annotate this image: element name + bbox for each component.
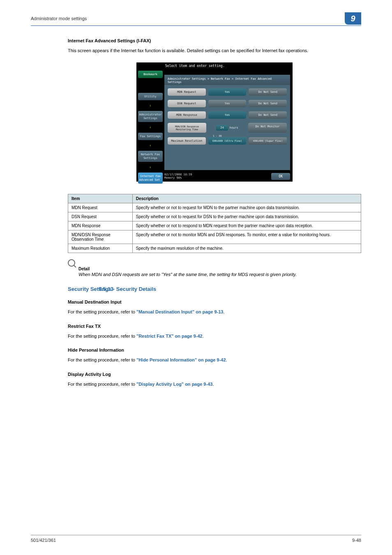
footer-right: 9-48 [352, 538, 361, 543]
screenshot-breadcrumb: Administrator Settings > Network Fax > I… [164, 75, 290, 86]
settings-table: Item Description MDN Request Specify whe… [68, 194, 361, 253]
max-resolution-label: Maximum Resolution [168, 137, 206, 145]
nav-fax[interactable]: Fax Settings [138, 133, 163, 140]
mdn-response-yes[interactable]: Yes [208, 111, 247, 119]
footer-left: 501/421/361 [31, 538, 56, 543]
link-restrict-fax[interactable]: "Restrict Fax TX" on page 9-42 [136, 334, 203, 339]
header-breadcrumb: Administrator mode settings [31, 16, 87, 21]
link-prefix: For the setting procedure, refer to [68, 357, 136, 362]
subsection-heading: Display Activity Log [68, 372, 361, 377]
dsn-request-yes[interactable]: Yes [208, 100, 247, 107]
table-cell-item: Maximum Resolution [68, 244, 133, 253]
nav-bookmark[interactable]: Bookmark [138, 71, 163, 78]
table-row: MDN Request Specify whether or not to re… [68, 203, 361, 212]
resolution-ultra[interactable]: 600x600 (Ultra Fine) [208, 137, 247, 145]
hours-range: 1 - 99 [168, 134, 287, 137]
subsection-restrict-fax: Restrict Fax TX For the setting procedur… [68, 324, 361, 340]
table-cell-item: MDN/DSN Response Observation Time [68, 230, 133, 244]
left-nav: Bookmark Utility ↓ Administrator Setting… [138, 71, 163, 184]
table-cell-item: MDN Request [68, 203, 133, 212]
section-heading-ifax: Internet Fax Advanced Settings (I-FAX) [68, 38, 361, 43]
mdn-dsn-label: MDN/DSN Response Monitoring Time [168, 123, 206, 133]
hours-unit: hours [230, 126, 238, 129]
link-hide-personal[interactable]: "Hide Personal Information" on page 9-42 [136, 357, 226, 362]
page-number-badge: 9 [345, 12, 361, 25]
do-not-monitor[interactable]: Do Not Monitor [248, 123, 287, 133]
footer-datetime: 02/17/2008 18:39 [164, 173, 192, 176]
link-suffix: . [223, 309, 224, 314]
mdn-response-label: MDN Response [168, 111, 206, 119]
mdn-request-label: MDN Request [168, 88, 206, 96]
subsection-heading: Hide Personal Information [68, 348, 361, 352]
link-suffix: . [212, 382, 214, 387]
subsection-hide-personal: Hide Personal Information For the settin… [68, 348, 361, 364]
table-cell-desc: Specify whether or not to monitor MDN an… [132, 230, 361, 244]
screenshot-instruction: Select item and enter setting. [136, 62, 293, 69]
table-header-desc: Description [132, 194, 361, 203]
subsection-heading: Manual Destination Input [68, 299, 361, 304]
detail-label: Detail [78, 267, 361, 271]
footer-memory: Memory 90% [164, 176, 192, 180]
nav-netfax[interactable]: Network Fax Settings [138, 151, 163, 162]
link-suffix: . [203, 334, 204, 339]
arrow-icon: ↓ [138, 143, 163, 147]
mdn-request-yes[interactable]: Yes [208, 88, 247, 96]
subsection-manual-destination: Manual Destination Input For the setting… [68, 299, 361, 315]
detail-block: Detail When MDN and DSN requests are set… [68, 259, 361, 278]
page-footer: 501/421/361 9-48 [31, 535, 361, 543]
detail-text: When MDN and DSN requests are set to "Ye… [78, 271, 361, 278]
arrow-icon: ↓ [138, 165, 163, 169]
link-manual-destination[interactable]: "Manual Destination Input" on page 9-13 [136, 309, 224, 314]
nav-utility[interactable]: Utility [138, 93, 163, 100]
mdn-response-no[interactable]: Do Not Send [249, 111, 287, 119]
table-row: MDN/DSN Response Observation Time Specif… [68, 230, 361, 244]
link-prefix: For the setting procedure, refer to [68, 382, 136, 387]
table-cell-desc: Specify whether or not to respond to MDN… [132, 221, 361, 230]
hours-value[interactable]: 24 [216, 125, 228, 131]
dsn-request-label: DSN Request [168, 100, 206, 107]
settings-screenshot: Select item and enter setting. Administr… [136, 62, 293, 182]
link-prefix: For the setting procedure, refer to [68, 334, 136, 339]
nav-admin[interactable]: Administrator Settings [138, 111, 163, 122]
table-row: DSN Request Specify whether or not to re… [68, 212, 361, 221]
dsn-request-no[interactable]: Do Not Send [249, 100, 287, 107]
table-cell-desc: Specify whether or not to request for MD… [132, 203, 361, 212]
resolution-super[interactable]: 400x400 (Super Fine) [249, 137, 287, 145]
mdn-request-no[interactable]: Do Not Send [249, 88, 287, 96]
magnifier-icon [68, 259, 75, 267]
link-display-activity[interactable]: "Display Activity Log" on page 9-43 [136, 382, 212, 387]
main-panel: MDN Request Yes Do Not Send DSN Request … [164, 85, 290, 170]
table-header-item: Item [68, 194, 133, 203]
nav-ifax[interactable]: Internet Fax Advanced Set. [138, 173, 163, 184]
table-cell-item: DSN Request [68, 212, 133, 221]
screenshot-footer: 02/17/2008 18:39 Memory 90% OK [164, 173, 290, 180]
table-cell-desc: Specify the maximum resolution of the ma… [132, 244, 361, 253]
subsection-heading: Restrict Fax TX [68, 324, 361, 329]
table-row: MDN Response Specify whether or not to r… [68, 221, 361, 230]
link-suffix: . [226, 357, 227, 362]
arrow-icon: ↓ [138, 104, 163, 108]
header-divider [31, 25, 361, 26]
section-body-ifax: This screen appears if the Internet fax … [68, 47, 361, 54]
subsection-display-activity: Display Activity Log For the setting pro… [68, 372, 361, 388]
table-row: Maximum Resolution Specify the maximum r… [68, 244, 361, 253]
link-prefix: For the setting procedure, refer to [68, 309, 136, 314]
section-number: 9.5.13 [99, 286, 113, 292]
ok-button[interactable]: OK [271, 173, 290, 180]
table-cell-item: MDN Response [68, 221, 133, 230]
table-cell-desc: Specify whether or not to request for DS… [132, 212, 361, 221]
arrow-icon: ↓ [138, 125, 163, 129]
